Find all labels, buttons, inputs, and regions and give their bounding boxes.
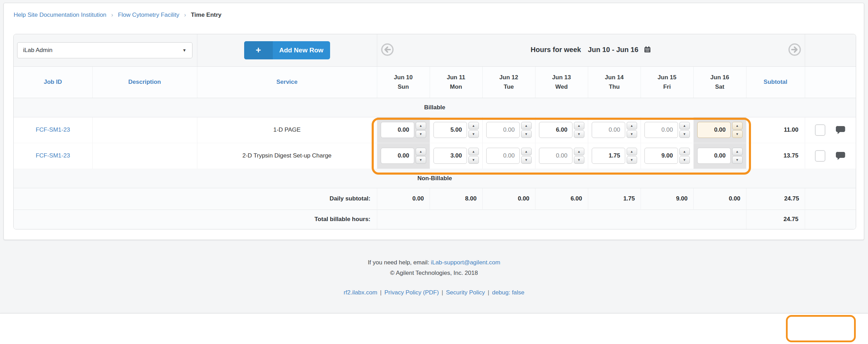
footer-link-privacy[interactable]: Privacy Policy (PDF) (384, 289, 439, 296)
support-email-link[interactable]: iLab-support@agilent.com (431, 259, 500, 266)
breadcrumb-institution-link[interactable]: Help Site Documentation Institution (14, 12, 107, 18)
user-select[interactable]: iLab Admin ▼ (17, 42, 192, 58)
row-checkbox[interactable] (815, 124, 825, 136)
stepper-down-icon[interactable]: ▼ (679, 156, 690, 164)
daily-subtotal-total: 24.75 (746, 188, 805, 210)
next-week-button[interactable] (788, 43, 801, 58)
description-cell (92, 117, 197, 143)
stepper-up-icon[interactable]: ▲ (468, 148, 479, 155)
row-subtotal: 13.75 (746, 143, 805, 169)
hours-stepper: ▲▼ (521, 148, 532, 164)
previous-week-button[interactable] (381, 43, 394, 58)
hours-input-sat[interactable] (697, 148, 731, 164)
footer-link-debug[interactable]: debug: false (492, 289, 525, 296)
stepper-up-icon[interactable]: ▲ (574, 122, 584, 130)
job-id-link[interactable]: FCF-SM1-23 (36, 126, 70, 133)
column-header-subtotal[interactable]: Subtotal (764, 79, 787, 85)
daily-subtotal-fri: 9.00 (641, 188, 693, 210)
stepper-down-icon[interactable]: ▼ (732, 130, 743, 138)
footer-link-domain[interactable]: rf2.ilabx.com (344, 289, 377, 296)
day-header-mon: Jun 11Mon (430, 73, 482, 92)
week-range: Jun 10 - Jun 16 (588, 46, 639, 53)
breadcrumb-facility-link[interactable]: Flow Cytometry Facility (118, 12, 180, 18)
arrow-right-circle-icon (788, 43, 801, 56)
column-header-job-id[interactable]: Job ID (44, 79, 62, 85)
copyright: © Agilent Technologies, Inc. 2018 (0, 268, 868, 278)
daily-subtotal-sun: 0.00 (377, 188, 430, 210)
stepper-down-icon[interactable]: ▼ (627, 156, 637, 164)
stepper-down-icon[interactable]: ▼ (416, 156, 426, 164)
footer-link-separator: | (488, 289, 489, 296)
stepper-down-icon[interactable]: ▼ (416, 130, 426, 138)
description-cell (92, 143, 197, 169)
hours-stepper: ▲▼ (574, 148, 584, 164)
day-header-fri: Jun 15Fri (641, 73, 693, 92)
daily-subtotal-label: Daily subtotal: (14, 188, 377, 210)
stepper-up-icon[interactable]: ▲ (468, 122, 479, 130)
daily-subtotal-wed: 6.00 (535, 188, 588, 210)
stepper-down-icon[interactable]: ▼ (732, 156, 743, 164)
billable-section-label: Billable (14, 98, 856, 117)
day-header-thu: Jun 14Thu (588, 73, 641, 92)
hours-stepper: ▲▼ (679, 122, 690, 138)
stepper-up-icon[interactable]: ▲ (521, 148, 532, 155)
add-new-row-label: Add New Row (273, 46, 330, 54)
hours-input-sat-focused[interactable] (697, 122, 731, 138)
hours-stepper: ▲▼ (732, 122, 743, 138)
column-header-description[interactable]: Description (128, 79, 161, 85)
hours-stepper: ▲▼ (416, 148, 426, 164)
page-footer: If you need help, email: iLab-support@ag… (0, 257, 868, 298)
hours-input-mon[interactable] (433, 122, 467, 138)
stepper-down-icon[interactable]: ▼ (468, 130, 479, 138)
job-id-link[interactable]: FCF-SM1-23 (36, 152, 70, 159)
stepper-down-icon[interactable]: ▼ (627, 130, 637, 138)
day-header-wed: Jun 13Wed (535, 73, 588, 92)
hours-input-fri[interactable] (644, 122, 678, 138)
hours-input-mon[interactable] (433, 148, 467, 164)
stepper-up-icon[interactable]: ▲ (732, 122, 743, 130)
stepper-up-icon[interactable]: ▲ (679, 122, 690, 130)
calendar-icon[interactable] (644, 47, 651, 54)
comment-icon[interactable] (836, 151, 846, 161)
table-row: FCF-SM1-23 2-D Trypsin Digest Set-up Cha… (14, 143, 856, 169)
hours-input-fri[interactable] (644, 148, 678, 164)
stepper-up-icon[interactable]: ▲ (521, 122, 532, 130)
hours-stepper: ▲▼ (521, 122, 532, 138)
stepper-up-icon[interactable]: ▲ (416, 148, 426, 155)
hours-input-sun[interactable] (381, 148, 414, 164)
stepper-up-icon[interactable]: ▲ (416, 122, 426, 130)
non-billable-section-label: Non-Billable (14, 169, 856, 188)
stepper-down-icon[interactable]: ▼ (679, 130, 690, 138)
add-new-row-button[interactable]: + Add New Row (244, 41, 330, 59)
hours-input-thu[interactable] (592, 122, 625, 138)
comment-icon[interactable] (836, 125, 846, 135)
daily-subtotal-mon: 8.00 (430, 188, 482, 210)
time-entry-table: iLab Admin ▼ + Add New Row (13, 34, 856, 229)
hours-input-tue[interactable] (486, 148, 520, 164)
stepper-down-icon[interactable]: ▼ (468, 156, 479, 164)
arrow-left-circle-icon (381, 43, 394, 56)
hours-input-thu[interactable] (592, 148, 625, 164)
hours-stepper: ▲▼ (627, 148, 637, 164)
stepper-up-icon[interactable]: ▲ (574, 148, 584, 155)
hours-input-wed[interactable] (539, 122, 572, 138)
day-header-sun: Jun 10Sun (377, 73, 430, 92)
stepper-down-icon[interactable]: ▼ (574, 130, 584, 138)
help-text: If you need help, email: (368, 259, 429, 266)
footer-link-security[interactable]: Security Policy (446, 289, 485, 296)
column-header-service[interactable]: Service (276, 79, 298, 85)
hours-input-tue[interactable] (486, 122, 520, 138)
stepper-up-icon[interactable]: ▲ (627, 122, 637, 130)
stepper-down-icon[interactable]: ▼ (521, 130, 532, 138)
stepper-up-icon[interactable]: ▲ (732, 148, 743, 155)
week-title-prefix: Hours for week (531, 46, 581, 53)
stepper-up-icon[interactable]: ▲ (679, 148, 690, 155)
stepper-up-icon[interactable]: ▲ (627, 148, 637, 155)
service-cell: 1-D PAGE (197, 117, 377, 143)
hours-input-sun[interactable] (381, 122, 414, 138)
daily-subtotal-thu: 1.75 (588, 188, 641, 210)
stepper-down-icon[interactable]: ▼ (521, 156, 532, 164)
stepper-down-icon[interactable]: ▼ (574, 156, 584, 164)
row-checkbox[interactable] (815, 150, 825, 162)
hours-input-wed[interactable] (539, 148, 572, 164)
